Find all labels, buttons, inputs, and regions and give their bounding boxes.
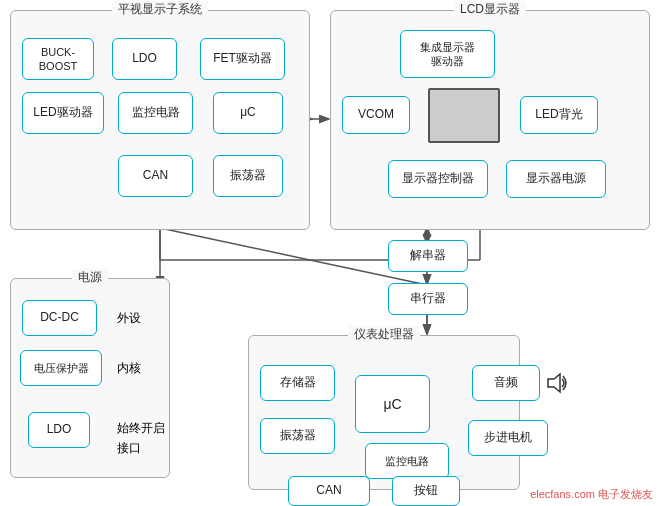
power-label: 电源 — [72, 269, 108, 286]
diagram: 平视显示子系统 LCD显示器 电源 仪表处理器 BUCK- BOOST LDO … — [0, 0, 661, 506]
monitor1-box: 监控电路 — [118, 92, 193, 134]
interface-label: 接口 — [117, 440, 141, 457]
led-driver-box: LED驱动器 — [22, 92, 104, 134]
flat-display-label: 平视显示子系统 — [112, 1, 208, 18]
peripheral-label: 外设 — [117, 310, 141, 327]
oscillator1-box: 振荡器 — [213, 155, 283, 197]
audio-box: 音频 — [472, 365, 540, 401]
can1-box: CAN — [118, 155, 193, 197]
always-on-label: 始终开启 — [117, 420, 165, 437]
buck-boost-box: BUCK- BOOST — [22, 38, 94, 80]
watermark: elecfans.com 电子发烧友 — [530, 487, 653, 502]
speaker-icon — [546, 368, 570, 398]
ldo1-box: LDO — [112, 38, 177, 80]
button-box: 按钮 — [392, 476, 460, 506]
lcd-display-label: LCD显示器 — [454, 1, 526, 18]
ldo2-box: LDO — [28, 412, 90, 448]
lcd-panel — [428, 88, 500, 143]
can2-box: CAN — [288, 476, 370, 506]
dc-dc-box: DC-DC — [22, 300, 97, 336]
memory-box: 存储器 — [260, 365, 335, 401]
instrument-label: 仪表处理器 — [348, 326, 420, 343]
deserializer-box: 解串器 — [388, 240, 468, 272]
integrated-driver-box: 集成显示器 驱动器 — [400, 30, 495, 78]
stepper-motor-box: 步进电机 — [468, 420, 548, 456]
uc1-box: μC — [213, 92, 283, 134]
vcom-box: VCOM — [342, 96, 410, 134]
uc2-box: μC — [355, 375, 430, 433]
core-label: 内核 — [117, 360, 141, 377]
monitor2-box: 监控电路 — [365, 443, 449, 479]
svg-marker-27 — [548, 374, 560, 392]
fet-driver-box: FET驱动器 — [200, 38, 285, 80]
serializer-box: 串行器 — [388, 283, 468, 315]
display-power-box: 显示器电源 — [506, 160, 606, 198]
oscillator2-box: 振荡器 — [260, 418, 335, 454]
voltage-protector-box: 电压保护器 — [20, 350, 102, 386]
svg-line-4 — [160, 228, 427, 285]
led-backlight-box: LED背光 — [520, 96, 598, 134]
display-controller-box: 显示器控制器 — [388, 160, 488, 198]
